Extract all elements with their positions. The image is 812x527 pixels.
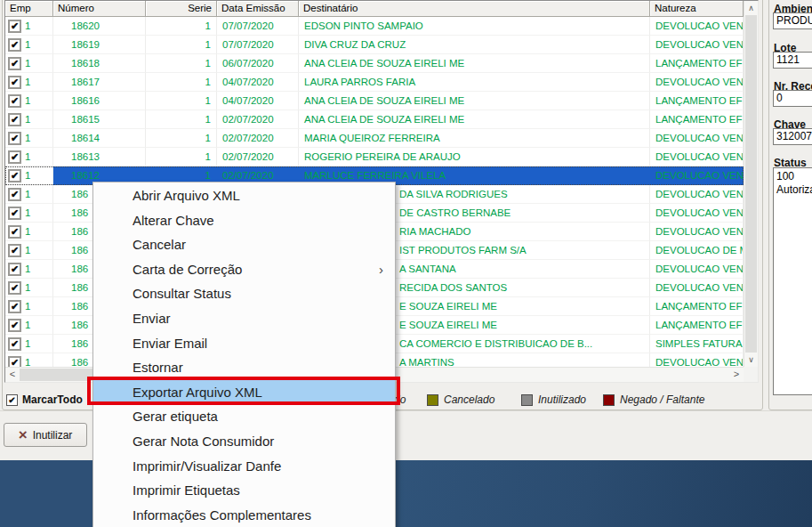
context-menu-item[interactable]: Imprimir Etiquetas [93, 478, 395, 503]
row-checkbox[interactable]: ✔ [8, 38, 21, 52]
serie-cell: 1 [146, 54, 217, 73]
serie-cell: 1 [146, 73, 217, 92]
context-menu: Abrir Arquivo XML Alterar Chave Cancelar… [92, 182, 396, 527]
emp-cell: ✔ 1 [5, 260, 53, 279]
data-emissao-cell: 02/07/2020 [217, 148, 299, 166]
row-checkbox[interactable]: ✔ [8, 263, 21, 276]
scroll-down-icon[interactable]: ∨ [744, 353, 758, 367]
context-menu-item[interactable]: Imprimir/Visualizar Danfe [93, 454, 395, 479]
context-menu-item[interactable]: Cancelar [93, 232, 395, 257]
emp-cell: ✔ 1 [5, 110, 53, 129]
emp-cell: ✔ 1 [5, 204, 53, 223]
column-header-destinatario[interactable]: Destinatário [299, 1, 650, 17]
table-row[interactable]: ✔ 1 18619 1 07/07/2020 DIVA CRUZ DA CRUZ… [5, 36, 744, 54]
emp-cell: ✔ 1 [5, 223, 53, 241]
row-checkbox[interactable]: ✔ [8, 113, 21, 126]
row-checkbox[interactable]: ✔ [8, 76, 21, 89]
menu-item-label: Abrir Arquivo XML [133, 188, 240, 203]
numero-cell: 18618 [53, 54, 146, 73]
table-row[interactable]: ✔ 1 18615 1 02/07/2020 ANA CLEIA DE SOUZ… [5, 110, 744, 129]
menu-item-label: Imprimir/Visualizar Danfe [133, 458, 281, 474]
natureza-cell: LANÇAMENTO EFET [650, 110, 744, 129]
column-header-data-emissao[interactable]: Data Emissão [217, 1, 299, 17]
menu-item-label: Gerar Nota Consumidor [133, 434, 274, 449]
menu-item-label: Estornar [133, 360, 183, 375]
numero-cell: 18617 [53, 73, 146, 92]
legend-item: Negado / Faltante [603, 393, 704, 406]
vertical-scrollbar-thumb[interactable] [745, 15, 757, 353]
row-checkbox[interactable]: ✔ [8, 20, 21, 33]
emp-cell: ✔ 1 [5, 279, 53, 297]
emp-cell: ✔ 1 [5, 185, 53, 204]
emp-cell: ✔ 1 [5, 241, 53, 260]
destinatario-cell: MARIA QUEIROZ FERREIRA [299, 129, 650, 148]
row-checkbox[interactable]: ✔ [8, 319, 21, 332]
natureza-cell: LANÇAMENTO EFET [650, 297, 744, 316]
context-menu-item[interactable]: Enviar [93, 306, 395, 331]
menu-item-label: Enviar Email [133, 336, 207, 351]
row-checkbox[interactable]: ✔ [8, 132, 21, 145]
context-menu-item[interactable]: Exportar Arquivo XML [93, 380, 395, 405]
column-header-numero[interactable]: Número [53, 1, 146, 17]
context-menu-item[interactable]: Alterar Chave [93, 208, 395, 233]
emp-value: 1 [25, 241, 30, 259]
row-checkbox[interactable]: ✔ [8, 300, 21, 313]
row-checkbox[interactable]: ✔ [8, 150, 21, 164]
natureza-cell: LANÇAMENTO EFET [650, 92, 744, 110]
menu-item-label: Exportar Arquivo XML [133, 385, 262, 400]
legend-label: Cancelado [444, 393, 494, 406]
column-header-serie[interactable]: Serie [146, 1, 217, 17]
row-checkbox[interactable]: ✔ [8, 169, 21, 182]
row-checkbox[interactable]: ✔ [8, 337, 21, 351]
scroll-left-icon[interactable]: < [5, 368, 20, 382]
emp-value: 1 [25, 110, 30, 128]
data-emissao-cell: 07/07/2020 [217, 36, 299, 54]
ambiente-field[interactable]: PRODUÇ [773, 12, 812, 29]
row-checkbox[interactable]: ✔ [8, 225, 21, 239]
emp-value: 1 [25, 335, 30, 353]
natureza-cell: DEVOLUCAO VEND [650, 204, 744, 223]
natureza-cell: DEVOLUCAO VEND [650, 129, 744, 148]
context-menu-item[interactable]: Gerar Nota Consumidor [93, 429, 395, 454]
menu-item-label: Consultar Status [133, 286, 231, 301]
context-menu-item[interactable]: Informações Complementares [93, 503, 395, 527]
status-memo[interactable]: 100 Autoriza [773, 167, 812, 395]
table-row[interactable]: ✔ 1 18614 1 02/07/2020 MARIA QUEIROZ FER… [5, 129, 744, 148]
table-row[interactable]: ✔ 1 18617 1 04/07/2020 LAURA PARROS FARI… [5, 73, 744, 92]
row-checkbox[interactable]: ✔ [8, 94, 21, 108]
nr-recebimento-field[interactable]: 0 [773, 90, 812, 107]
marcar-todos-checkbox[interactable]: ✔ MarcarTodo [6, 393, 83, 406]
table-row[interactable]: ✔ 1 18613 1 02/07/2020 ROGERIO PEREIRA D… [5, 148, 744, 166]
context-menu-item[interactable]: Enviar Email [93, 331, 395, 356]
row-checkbox[interactable]: ✔ [8, 188, 21, 201]
context-menu-item[interactable]: Estornar [93, 355, 395, 380]
table-row[interactable]: ✔ 1 18620 1 07/07/2020 EDSON PINTO SAMPA… [5, 17, 744, 36]
natureza-cell: DEVOLUCAO VEND [650, 36, 744, 54]
natureza-cell: DEVOLUCAO VEND [650, 279, 744, 297]
scroll-right-icon[interactable]: > [729, 368, 744, 382]
lote-field[interactable]: 1121 [773, 52, 812, 69]
chave-field[interactable]: 3120070 [773, 128, 812, 145]
context-menu-item[interactable]: Carta de Correção › [93, 257, 395, 282]
x-icon: × [19, 429, 28, 442]
natureza-cell: DEVOLUCAO VEND [650, 223, 744, 241]
row-checkbox[interactable]: ✔ [8, 281, 21, 295]
table-row[interactable]: ✔ 1 18616 1 04/07/2020 ANA CLEIA DE SOUZ… [5, 92, 744, 110]
emp-value: 1 [25, 353, 30, 367]
row-checkbox[interactable]: ✔ [8, 356, 21, 368]
legend-color-swatch-icon [427, 394, 438, 406]
table-row[interactable]: ✔ 1 18618 1 06/07/2020 ANA CLEIA DE SOUZ… [5, 54, 744, 73]
column-header-emp[interactable]: Emp [5, 1, 53, 17]
context-menu-item[interactable]: Consultar Status [93, 281, 395, 306]
destinatario-cell: EDSON PINTO SAMPAIO [299, 17, 650, 36]
row-checkbox[interactable]: ✔ [8, 244, 21, 257]
vertical-scrollbar[interactable]: ∧ ∨ [744, 1, 758, 367]
scroll-up-icon[interactable]: ∧ [744, 1, 758, 15]
menu-item-label: Carta de Correção [133, 262, 242, 277]
row-checkbox[interactable]: ✔ [8, 207, 21, 220]
inutilizar-button[interactable]: × Inutilizar [4, 423, 87, 447]
context-menu-item[interactable]: Abrir Arquivo XML [93, 183, 395, 208]
context-menu-item[interactable]: Gerar etiqueta [93, 404, 395, 429]
column-header-natureza[interactable]: Natureza [650, 1, 744, 17]
row-checkbox[interactable]: ✔ [8, 57, 21, 70]
